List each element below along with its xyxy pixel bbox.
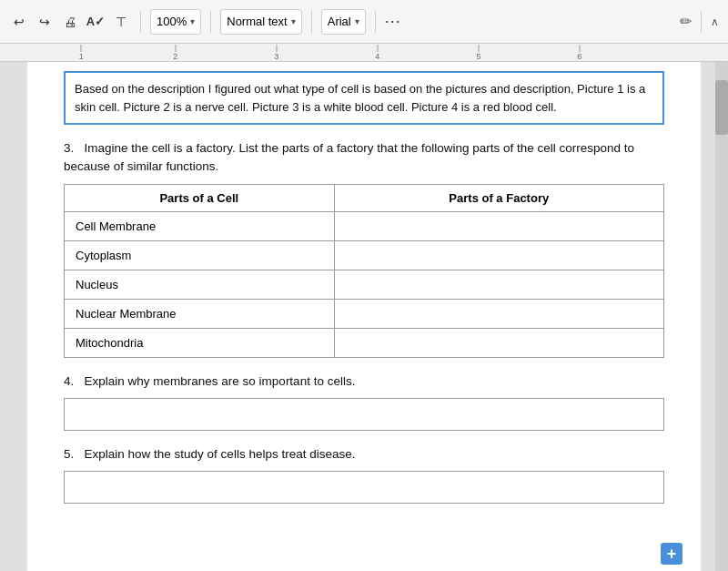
factory-part-5[interactable]	[334, 328, 663, 357]
table-row: Mitochondria	[65, 328, 664, 357]
question-5-text: Explain how the study of cells helps tre…	[85, 447, 356, 461]
question-3-header: 3. Imagine the cell is a factory. List t…	[64, 139, 664, 177]
scrollbar-thumb[interactable]	[715, 80, 728, 135]
ruler-mark-5: 5	[476, 45, 480, 61]
ruler-mark-6: 6	[577, 45, 581, 61]
factory-part-2[interactable]	[334, 240, 663, 270]
add-button[interactable]: +	[661, 543, 682, 565]
zoom-arrow: ▾	[190, 16, 195, 26]
page: Based on the description I figured out w…	[27, 62, 701, 571]
question-4: 4. Explain why membranes are so importan…	[64, 372, 664, 431]
cell-part-5: Mitochondria	[65, 328, 335, 357]
question-3-number: 3.	[64, 141, 74, 155]
question-5: 5. Explain how the study of cells helps …	[64, 445, 664, 504]
style-arrow: ▾	[291, 16, 296, 26]
divider2	[210, 11, 211, 33]
spellcheck-icon[interactable]: A✓	[86, 12, 106, 32]
zoom-dropdown[interactable]: 100% ▾	[150, 9, 201, 35]
toolbar: ↩ ↪ 🖨 A✓ ⊤ 100% ▾ Normal text ▾ Arial ▾ …	[0, 0, 728, 44]
question-5-answer[interactable]	[64, 471, 664, 504]
factory-part-3[interactable]	[334, 270, 663, 299]
more-options-button[interactable]: ···	[385, 12, 401, 31]
paint-format-icon[interactable]: ⊤	[111, 12, 131, 32]
style-dropdown[interactable]: Normal text ▾	[220, 9, 301, 35]
font-value: Arial	[328, 15, 351, 28]
divider4	[375, 11, 376, 33]
scrollbar[interactable]	[715, 62, 728, 571]
zoom-value: 100%	[157, 15, 187, 28]
question-4-header: 4. Explain why membranes are so importan…	[64, 372, 664, 391]
cell-part-4: Nuclear Membrane	[65, 299, 335, 328]
question-3-text: Imagine the cell is a factory. List the …	[64, 141, 634, 173]
table-row: Cell Membrane	[65, 211, 664, 240]
divider1	[140, 11, 141, 33]
question-4-number: 4.	[64, 374, 74, 388]
question-3: 3. Imagine the cell is a factory. List t…	[64, 139, 664, 358]
divider5	[701, 11, 702, 33]
question-5-header: 5. Explain how the study of cells helps …	[64, 445, 664, 464]
ruler-mark-4: 4	[375, 45, 379, 61]
table-row: Nucleus	[65, 270, 664, 299]
question-4-text: Explain why membranes are so important t…	[85, 374, 356, 388]
question-5-number: 5.	[64, 447, 74, 461]
highlight-paragraph: Based on the description I figured out w…	[64, 71, 664, 125]
question-4-answer[interactable]	[64, 398, 664, 431]
undo-icon[interactable]: ↩	[9, 12, 29, 32]
ruler-mark-1: 1	[79, 45, 84, 61]
document-area: Based on the description I figured out w…	[0, 62, 728, 571]
font-arrow: ▾	[355, 16, 359, 26]
ruler-mark-3: 3	[274, 45, 278, 61]
cell-part-1: Cell Membrane	[65, 211, 335, 240]
table-header-col2: Parts of a Factory	[334, 184, 663, 211]
factory-part-1[interactable]	[334, 211, 663, 240]
factory-part-4[interactable]	[334, 299, 663, 328]
collapse-icon[interactable]: ∧	[711, 15, 719, 28]
ruler: 1 2 3 4 5 6	[0, 44, 728, 62]
redo-icon[interactable]: ↪	[35, 12, 55, 32]
edit-pencil-icon[interactable]: ✏	[680, 13, 692, 30]
divider3	[311, 11, 312, 33]
cell-part-2: Cytoplasm	[65, 240, 335, 270]
highlight-text: Based on the description I figured out w…	[75, 82, 645, 114]
cell-part-3: Nucleus	[65, 270, 335, 299]
table-row: Cytoplasm	[65, 240, 664, 270]
style-value: Normal text	[227, 15, 287, 28]
cell-factory-table: Parts of a Cell Parts of a Factory Cell …	[64, 184, 664, 358]
table-row: Nuclear Membrane	[65, 299, 664, 328]
table-header-col1: Parts of a Cell	[65, 184, 335, 211]
ruler-mark-2: 2	[173, 45, 177, 61]
print-icon[interactable]: 🖨	[60, 12, 80, 32]
font-dropdown[interactable]: Arial ▾	[321, 9, 366, 35]
